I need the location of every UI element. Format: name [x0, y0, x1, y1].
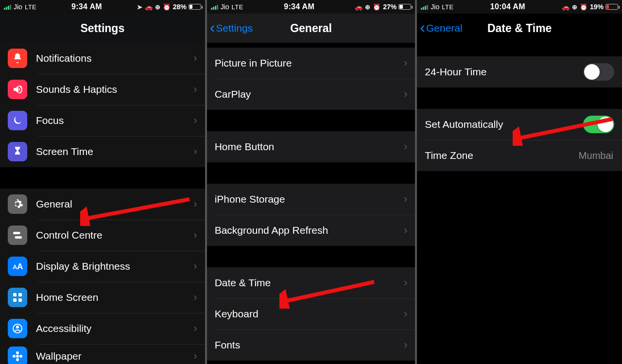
person-icon — [8, 319, 27, 338]
chevron-left-icon: ‹ — [420, 19, 425, 35]
row-label: Date & Time — [215, 277, 404, 289]
section-gap — [207, 43, 415, 48]
row-screentime[interactable]: Screen Time› — [0, 136, 205, 167]
chevron-right-icon: › — [404, 57, 407, 69]
chevron-right-icon: › — [193, 260, 197, 273]
battery-percent: 28% — [173, 3, 187, 11]
row-general[interactable]: General› — [0, 189, 205, 220]
back-button[interactable]: ‹General — [420, 20, 462, 36]
toggles-icon — [8, 225, 27, 245]
alarm-icon: ⏰ — [373, 4, 380, 10]
row-value: Mumbai — [579, 150, 613, 161]
phone-screenshot-2: JioLTE10:04 AM🚗⊕⏰19%‹GeneralDate & Time2… — [417, 0, 622, 364]
row-label: Fonts — [215, 339, 404, 351]
chevron-left-icon: ‹ — [210, 19, 215, 35]
page-title: General — [290, 22, 332, 35]
status-bar: JioLTE10:04 AM🚗⊕⏰19% — [417, 0, 622, 14]
chevron-right-icon: › — [193, 114, 197, 127]
aa-icon — [8, 257, 27, 276]
hourglass-icon — [8, 142, 27, 161]
chevron-right-icon: › — [404, 193, 407, 206]
row-home[interactable]: Home Screen› — [0, 282, 205, 313]
row-tz[interactable]: Time ZoneMumbai — [417, 140, 622, 171]
car-icon: 🚗 — [355, 4, 363, 10]
gear-icon — [8, 194, 27, 214]
carrier-label: Jio — [221, 3, 229, 11]
car-icon: 🚗 — [562, 4, 570, 10]
row-label: Wallpaper — [36, 350, 193, 362]
row-24hour[interactable]: 24-Hour Time — [417, 56, 622, 87]
row-label: Background App Refresh — [215, 225, 404, 236]
row-storage[interactable]: iPhone Storage› — [207, 184, 415, 215]
row-fonts[interactable]: Fonts› — [207, 329, 415, 361]
row-homebtn[interactable]: Home Button› — [207, 131, 415, 162]
row-access[interactable]: Accessibility› — [0, 313, 205, 344]
row-label: Display & Brightness — [36, 260, 193, 272]
row-setauto[interactable]: Set Automatically — [417, 109, 622, 140]
settings-group: Set AutomaticallyTime ZoneMumbai — [417, 109, 622, 171]
row-notifications[interactable]: Notifications› — [0, 43, 205, 74]
moon-icon — [8, 111, 27, 130]
location-icon: ➤ — [137, 4, 142, 10]
clock: 10:04 AM — [454, 2, 562, 11]
signal-icon — [4, 4, 11, 10]
navbar: ‹SettingsGeneral — [207, 14, 415, 43]
toggle-setauto[interactable] — [583, 116, 614, 133]
row-label: iPhone Storage — [215, 193, 404, 205]
back-button[interactable]: ‹Settings — [210, 20, 253, 36]
navbar: Settings — [0, 14, 205, 43]
orientation-lock-icon: ⊕ — [365, 4, 370, 10]
section-gap — [207, 246, 415, 267]
row-label: Focus — [36, 115, 193, 126]
row-wallpaper[interactable]: Wallpaper› — [0, 344, 205, 364]
chevron-right-icon: › — [193, 350, 197, 363]
bell-icon — [8, 49, 27, 68]
chevron-right-icon: › — [193, 198, 197, 210]
chevron-right-icon: › — [404, 88, 407, 101]
clock: 9:34 AM — [36, 2, 137, 11]
row-label: General — [36, 198, 193, 210]
alarm-icon: ⏰ — [163, 4, 171, 10]
status-bar: JioLTE9:34 AM🚗⊕⏰27% — [207, 0, 415, 14]
row-keyboard[interactable]: Keyboard› — [207, 298, 415, 329]
row-label: Notifications — [36, 52, 193, 64]
row-label: Set Automatically — [425, 119, 583, 130]
row-bar[interactable]: Background App Refresh› — [207, 215, 415, 246]
chevron-right-icon: › — [193, 52, 197, 65]
section-gap — [417, 43, 622, 56]
chevron-right-icon: › — [193, 229, 197, 242]
chevron-right-icon: › — [404, 140, 407, 153]
row-display[interactable]: Display & Brightness› — [0, 251, 205, 282]
chevron-right-icon: › — [193, 145, 197, 158]
car-icon: 🚗 — [145, 4, 153, 10]
chevron-right-icon: › — [193, 83, 197, 96]
row-label: Sounds & Haptics — [36, 84, 193, 95]
chevron-right-icon: › — [193, 322, 197, 335]
row-sounds[interactable]: Sounds & Haptics› — [0, 74, 205, 105]
row-label: Home Button — [215, 141, 404, 153]
network-label: LTE — [25, 3, 36, 11]
chevron-right-icon: › — [193, 291, 197, 304]
signal-icon — [211, 4, 218, 10]
row-label: Home Screen — [36, 292, 193, 303]
back-label: Settings — [216, 22, 253, 34]
settings-group: General›Control Centre›Display & Brightn… — [0, 189, 205, 364]
battery-icon — [605, 4, 618, 10]
row-datetime[interactable]: Date & Time› — [207, 267, 415, 298]
row-pip[interactable]: Picture in Picture› — [207, 48, 415, 79]
row-carplay[interactable]: CarPlay› — [207, 79, 415, 110]
chevron-right-icon: › — [404, 308, 407, 320]
network-label: LTE — [232, 3, 243, 11]
row-label: Screen Time — [36, 146, 193, 157]
row-focus[interactable]: Focus› — [0, 105, 205, 136]
chevron-right-icon: › — [404, 277, 407, 289]
settings-group: Notifications›Sounds & Haptics›Focus›Scr… — [0, 43, 205, 167]
row-control[interactable]: Control Centre› — [0, 220, 205, 251]
alarm-icon: ⏰ — [580, 4, 587, 10]
phone-screenshot-0: JioLTE9:34 AM➤🚗⊕⏰28%SettingsNotification… — [0, 0, 205, 364]
toggle-24hour[interactable] — [583, 63, 614, 81]
section-gap — [0, 167, 205, 189]
settings-group: Home Button› — [207, 131, 415, 162]
clock: 9:34 AM — [243, 2, 355, 11]
navbar: ‹GeneralDate & Time — [417, 14, 622, 43]
